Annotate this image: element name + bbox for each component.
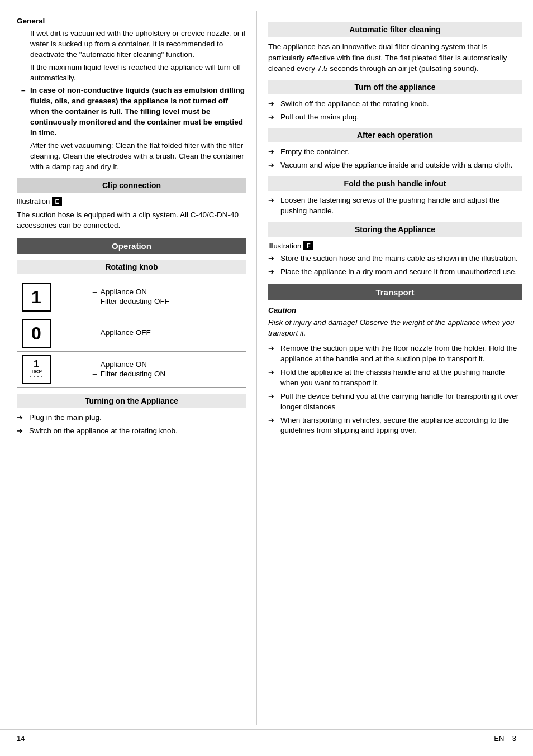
list-item: When transporting in vehicles, secure th… <box>268 415 522 437</box>
turn-off-list: Switch off the appliance at the rotating… <box>268 99 522 123</box>
list-item: Store the suction hose and the mains cab… <box>268 253 522 264</box>
rotating-knob-table: 1 Appliance ON Filter dedusting OFF 0 <box>17 279 246 388</box>
knob-icon-cell-0: 0 <box>17 315 88 351</box>
knob-text-0: Appliance OFF <box>88 315 246 351</box>
knob-symbol-1: 1 <box>22 283 51 312</box>
left-column: General If wet dirt is vacuumed with the… <box>0 11 257 725</box>
after-each-list: Empty the container. Vacuum and wipe the… <box>268 147 522 171</box>
knob-symbol-tact: 1 Tact² · · · · <box>22 355 51 384</box>
knob-item: Appliance ON <box>93 360 241 369</box>
general-title: General <box>17 17 246 25</box>
clip-illus-letter: E <box>52 197 62 206</box>
knob-text-tact: Appliance ON Filter dedusting ON <box>88 351 246 387</box>
turning-on-header: Turning on the Appliance <box>17 394 246 408</box>
clip-text: The suction hose is equipped with a clip… <box>17 209 246 231</box>
list-item: After the wet vacuuming: Clean the flat … <box>21 141 246 173</box>
list-item: Plug in the main plug. <box>17 413 246 423</box>
turn-off-header: Turn off the appliance <box>268 80 522 94</box>
main-content: General If wet dirt is vacuumed with the… <box>0 11 533 725</box>
list-item: Switch off the appliance at the rotating… <box>268 99 522 109</box>
page: General If wet dirt is vacuumed with the… <box>0 0 533 756</box>
footer-page-number: 14 <box>17 734 25 743</box>
transport-list: Remove the suction pipe with the floor n… <box>268 343 522 436</box>
list-item: Hold the appliance at the chassis handle… <box>268 367 522 389</box>
knob-item: Appliance OFF <box>93 328 241 337</box>
caution-title: Caution <box>268 305 522 316</box>
fold-push-list: Loosen the fastening screws of the pushi… <box>268 195 522 217</box>
storing-list: Store the suction hose and the mains cab… <box>268 253 522 277</box>
storing-illus-text: Illustration <box>268 242 301 250</box>
clip-illustration-label: Illustration E <box>17 197 246 206</box>
list-item: Place the appliance in a dry room and se… <box>268 267 522 277</box>
tact-dots: · · · · <box>30 374 44 380</box>
storing-header: Storing the Appliance <box>268 222 522 237</box>
clip-illus-text: Illustration <box>17 197 50 205</box>
knob-item: Filter dedusting ON <box>93 370 241 378</box>
transport-section: Caution Risk of injury and damage! Obser… <box>268 305 522 436</box>
operation-header: Operation <box>17 238 246 254</box>
knob-item: Filter dedusting OFF <box>93 297 241 305</box>
footer-doc-number: EN – 3 <box>494 734 516 743</box>
after-each-header: After each operation <box>268 128 522 142</box>
list-item: Switch on the appliance at the rotating … <box>17 426 246 437</box>
list-item: Pull out the mains plug. <box>268 112 522 123</box>
list-item: Empty the container. <box>268 147 522 157</box>
knob-icon-cell-1: 1 <box>17 279 88 315</box>
caution-text: Risk of injury and damage! Observe the w… <box>268 318 522 339</box>
list-item: Pull the device behind you at the carryi… <box>268 391 522 413</box>
knob-row-1: 1 Appliance ON Filter dedusting OFF <box>17 279 246 315</box>
fold-push-header: Fold the push handle in/out <box>268 176 522 191</box>
clip-connection-header: Clip connection <box>17 178 246 193</box>
rotating-knob-header: Rotating knob <box>17 260 246 274</box>
knob-row-tact: 1 Tact² · · · · Appliance ON Filter dedu… <box>17 351 246 387</box>
transport-header: Transport <box>268 284 522 300</box>
general-list: If wet dirt is vacuumed with the upholst… <box>17 28 246 173</box>
knob-text-1: Appliance ON Filter dedusting OFF <box>88 279 246 315</box>
right-column: Automatic filter cleaning The appliance … <box>257 11 533 725</box>
list-item: Remove the suction pipe with the floor n… <box>268 343 522 365</box>
list-item: If the maximum liquid level is reached t… <box>21 63 246 84</box>
auto-filter-text: The appliance has an innovative dual fil… <box>268 41 522 74</box>
turning-on-list: Plug in the main plug. Switch on the app… <box>17 413 246 437</box>
footer: 14 EN – 3 <box>0 729 533 745</box>
knob-item: Appliance ON <box>93 288 241 296</box>
knob-icon-cell-tact: 1 Tact² · · · · <box>17 351 88 387</box>
knob-row-0: 0 Appliance OFF <box>17 315 246 351</box>
knob-symbol-0: 0 <box>22 319 51 348</box>
list-item: Loosen the fastening screws of the pushi… <box>268 195 522 217</box>
list-item: If wet dirt is vacuumed with the upholst… <box>21 28 246 60</box>
storing-illus-letter: F <box>303 241 313 250</box>
storing-illustration-label: Illustration F <box>268 241 522 250</box>
list-item: Vacuum and wipe the appliance inside and… <box>268 160 522 171</box>
list-item bold-item: In case of non-conductive liquids (such … <box>21 85 246 138</box>
auto-filter-header: Automatic filter cleaning <box>268 22 522 37</box>
